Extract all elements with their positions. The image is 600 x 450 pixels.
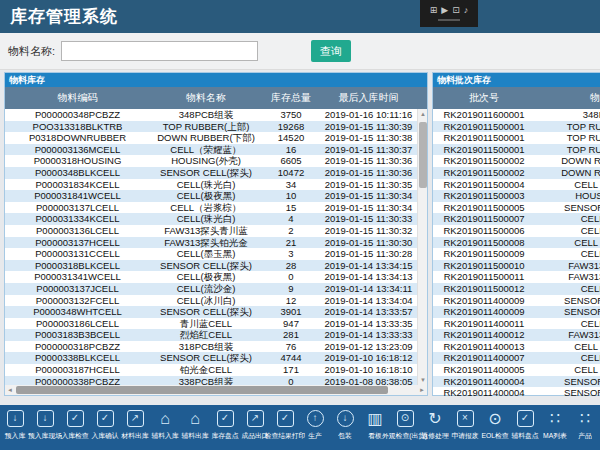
table-row[interactable]: P000031334KCELL CELL(珠光白) 4 2019-01-15 1… bbox=[5, 213, 427, 225]
table-row[interactable]: RK2019011500011 FAW313探头铂光金 bbox=[433, 271, 600, 283]
clipboard-arrow-down-icon: ↓ bbox=[37, 410, 54, 427]
table-row[interactable]: RK2019011600001 348PCB组装 bbox=[433, 109, 600, 121]
table-row[interactable]: P000000348PCBZZ 348PCB组装 3750 2019-01-16… bbox=[5, 109, 427, 121]
toolbar-item[interactable]: ⊙ EOL检查 bbox=[480, 405, 510, 450]
toolbar-item[interactable]: ↓ 预入库 bbox=[0, 405, 30, 450]
table-row[interactable]: RK2019011500002 DOWN RUBBER(下部) bbox=[433, 155, 600, 167]
toolbar-item[interactable]: ∷ MA列表 bbox=[540, 405, 570, 450]
table-row[interactable]: RK2019011400012 FAW313探头铂光金 bbox=[433, 329, 600, 341]
scroll-up-icon[interactable]: ▲ bbox=[418, 109, 428, 119]
toolbar-item[interactable]: ↓ 预入库现场 bbox=[30, 405, 60, 450]
table-row[interactable]: P0318DOWNRUBBER DOWN RUBBER(下部) 14520 20… bbox=[5, 132, 427, 144]
toolbar-item[interactable]: ▥ 看板 bbox=[360, 405, 390, 450]
query-button[interactable]: 查询 bbox=[311, 40, 351, 62]
horizontal-scrollbar[interactable]: ◄ ► bbox=[5, 385, 427, 395]
table-row[interactable]: P000003131CCELL CELL(墨玉黑) 3 2019-01-15 1… bbox=[5, 248, 427, 260]
material-code-cell: POO313318BLKTRB bbox=[5, 121, 150, 133]
table-row[interactable]: RK2019011500004 CELL（荣耀蓝） bbox=[433, 179, 600, 191]
table-row[interactable]: P000031341WCELL CELL(极夜黑) 0 2019-01-14 1… bbox=[5, 271, 427, 283]
material-name-input[interactable] bbox=[61, 41, 258, 61]
batch-no-cell: RK2019011500002 bbox=[433, 167, 535, 179]
toolbar-item-label: 看板 bbox=[368, 431, 382, 440]
toolbar-item[interactable]: ↻ 返修处理 bbox=[420, 405, 450, 450]
table-row[interactable]: RK2019011400013 CELL（荣耀蓝） bbox=[433, 341, 600, 353]
toolbar-item[interactable]: ✓ 检查结果打印 bbox=[270, 405, 300, 450]
horizontal-scroll-thumb[interactable] bbox=[16, 386, 388, 394]
table-row[interactable]: P0003183B3BCELL 烈焰红CELL 281 2019-01-14 1… bbox=[5, 329, 427, 341]
table-row[interactable]: RK2019011400011 CELL(流沙金) bbox=[433, 318, 600, 330]
vertical-scroll-thumb[interactable] bbox=[419, 122, 427, 188]
scroll-down-icon[interactable]: ▼ bbox=[418, 375, 428, 385]
audio-icon[interactable]: ♪ bbox=[464, 4, 469, 16]
toolbar-item[interactable]: ⌂ 辅料出库 bbox=[180, 405, 210, 450]
table-row[interactable]: RK2019011400004 SENSOR CELL(探头) bbox=[433, 387, 600, 397]
table-row[interactable]: RK2019011400007 CELL(冰川白) bbox=[433, 352, 600, 364]
table-row[interactable]: P000031834KCELL CELL(珠光白) 34 2019-01-15 … bbox=[5, 179, 427, 191]
table-row[interactable]: P0000318BLKCELL SENSOR CELL(探头) 28 2019-… bbox=[5, 260, 427, 272]
toolbar-item[interactable]: ✓ 库存盘点 bbox=[210, 405, 240, 450]
toolbar-item[interactable]: ↗ 材料出库 bbox=[120, 405, 150, 450]
scroll-right-icon[interactable]: ► bbox=[417, 385, 427, 395]
toolbar-item[interactable]: ⊙ 外观检查(出货) bbox=[390, 405, 420, 450]
toolbar-item[interactable]: ✓ 辅料盘点 bbox=[510, 405, 540, 450]
table-row[interactable]: RK2019011500003 HOUSING(外壳) bbox=[433, 190, 600, 202]
table-row[interactable]: RK2019011400004 SENSOR CELL(探头) bbox=[433, 376, 600, 388]
col-material-code: 物料编码 bbox=[5, 91, 150, 105]
capture-icon[interactable]: ⊞ bbox=[430, 4, 438, 16]
table-row[interactable]: P000000318PCBZZ 318PCB组装 76 2019-01-12 1… bbox=[5, 341, 427, 353]
vertical-scrollbar[interactable]: ▲ ▼ bbox=[417, 109, 427, 385]
toolbar-item[interactable]: ⌂ 辅料入库 bbox=[150, 405, 180, 450]
stock-total-cell: 28 bbox=[262, 260, 320, 272]
table-row[interactable]: P000003136LCELL FAW313探头青川蓝 2 2019-01-15… bbox=[5, 225, 427, 237]
table-row[interactable]: POO313318BLKTRB TOP RUBBER(上部) 19268 201… bbox=[5, 121, 427, 133]
material-name-cell: CELL(墨玉黑) bbox=[150, 248, 262, 260]
toolbar-item[interactable]: ↑ 生产 bbox=[300, 405, 330, 450]
stock-total-cell: 12 bbox=[262, 295, 320, 307]
table-row[interactable]: RK2019011500005 SENSOR CELL(探头) bbox=[433, 202, 600, 214]
table-row[interactable]: P000003137LCELL CELL（岩浆棕） 15 2019-01-15 … bbox=[5, 202, 427, 214]
toolbar-item[interactable]: ∷ 产品 bbox=[570, 405, 600, 450]
table-row[interactable]: RK2019011500008 CELL（岩浆棕） bbox=[433, 237, 600, 249]
table-row[interactable]: RK2019011500002 DOWN RUBBER(下部) bbox=[433, 167, 600, 179]
box-x-icon: × bbox=[457, 410, 474, 427]
table-row[interactable]: RK2019011400005 CELL（岩浆棕） bbox=[433, 364, 600, 376]
snapshot-icon[interactable]: ⊡ bbox=[452, 4, 460, 16]
toolbar-item[interactable]: × 申请报废 bbox=[450, 405, 480, 450]
table-row[interactable]: P0000318HOUSING HOUSING(外壳) 6605 2019-01… bbox=[5, 155, 427, 167]
table-row[interactable]: RK2019011500009 CELL(珠光白) bbox=[433, 248, 600, 260]
scroll-left-icon[interactable]: ◄ bbox=[5, 385, 15, 395]
table-row[interactable]: RK2019011500001 TOP RUBBER(上部) bbox=[433, 132, 600, 144]
table-row[interactable]: RK2019011500012 CELL(墨玉黑) bbox=[433, 283, 600, 295]
table-row[interactable]: P000003137JCELL CELL(流沙金) 9 2019-01-14 1… bbox=[5, 283, 427, 295]
table-row[interactable]: P0000348WHTCELL SENSOR CELL(探头) 3901 201… bbox=[5, 306, 427, 318]
toolbar-item[interactable]: ↓ 包装 bbox=[330, 405, 360, 450]
table-row[interactable]: P000003137HCELL FAW313探头铂光金 21 2019-01-1… bbox=[5, 237, 427, 249]
play-icon[interactable]: ▶ bbox=[441, 4, 448, 16]
table-row[interactable]: RK2019011500010 FAW313探头青川蓝 bbox=[433, 260, 600, 272]
toolbar-item[interactable]: ✓ 入库确认 bbox=[90, 405, 120, 450]
batch-no-cell: RK2019011500008 bbox=[433, 237, 535, 249]
material-code-cell: P000031841WCELL bbox=[5, 190, 150, 202]
table-row[interactable]: RK2019011400009 SENSOR CELL(探头) bbox=[433, 295, 600, 307]
table-row[interactable]: P000003187HCELL 铂光金CELL 171 2019-01-10 1… bbox=[5, 364, 427, 376]
material-stock-table-header: 物料编码 物料名称 库存总量 最后入库时间 bbox=[5, 87, 427, 109]
toolbar-item-label: 生产 bbox=[308, 431, 322, 440]
dots-grid-icon: ∷ bbox=[577, 410, 594, 427]
last-inbound-time-cell: 2019-01-15 11:30:37 bbox=[320, 144, 417, 156]
table-row[interactable]: P000003136MCELL CELL（荣耀蓝） 16 2019-01-15 … bbox=[5, 144, 427, 156]
table-row[interactable]: RK2019011500007 CELL(珠光白) bbox=[433, 213, 600, 225]
last-inbound-time-cell: 2019-01-15 11:30:36 bbox=[320, 167, 417, 179]
toolbar-item-label: 检查结果打印 bbox=[265, 431, 306, 440]
last-inbound-time-cell: 2019-01-15 11:30:28 bbox=[320, 248, 417, 260]
table-row[interactable]: P0000348BLKCELL SENSOR CELL(探头) 10472 20… bbox=[5, 167, 427, 179]
table-row[interactable]: P000031841WCELL CELL(极夜黑) 10 2019-01-15 … bbox=[5, 190, 427, 202]
table-row[interactable]: P0000338BLKCELL SENSOR CELL(探头) 4744 201… bbox=[5, 352, 427, 364]
toolbar-item[interactable]: ✓ 入库检查 bbox=[60, 405, 90, 450]
table-row[interactable]: P000003186LCELL 青川蓝CELL 947 2019-01-14 1… bbox=[5, 318, 427, 330]
toolbar-item[interactable]: ↗ 成品出口 bbox=[240, 405, 270, 450]
table-row[interactable]: P000003132FCELL CELL(冰川白) 12 2019-01-14 … bbox=[5, 295, 427, 307]
table-row[interactable]: RK2019011500001 TOP RUBBER(上部) bbox=[433, 121, 600, 133]
table-row[interactable]: RK2019011400009 SENSOR CELL(探头) bbox=[433, 306, 600, 318]
table-row[interactable]: RK2019011500001 TOP RUBBER(上部) bbox=[433, 144, 600, 156]
table-row[interactable]: RK2019011500006 CELL(极夜黑) bbox=[433, 225, 600, 237]
